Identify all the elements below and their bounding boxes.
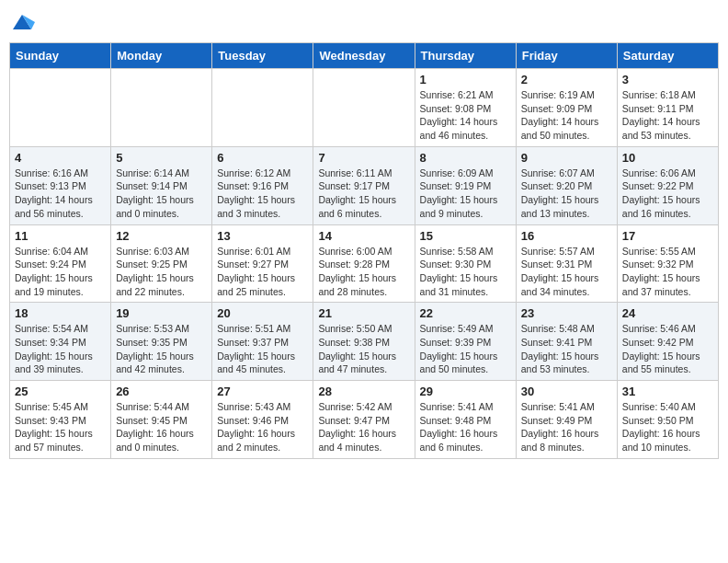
day-cell [111, 69, 212, 147]
day-info: Sunrise: 6:00 AM Sunset: 9:28 PM Dayligh… [318, 245, 409, 299]
day-cell: 4Sunrise: 6:16 AM Sunset: 9:13 PM Daylig… [10, 146, 111, 224]
week-row-3: 11Sunrise: 6:04 AM Sunset: 9:24 PM Dayli… [10, 224, 719, 303]
day-number: 31 [622, 385, 713, 398]
day-cell: 14Sunrise: 6:00 AM Sunset: 9:28 PM Dayli… [313, 224, 415, 303]
day-cell: 8Sunrise: 6:09 AM Sunset: 9:19 PM Daylig… [415, 146, 516, 224]
day-info: Sunrise: 6:12 AM Sunset: 9:16 PM Dayligh… [217, 167, 308, 221]
logo [9, 9, 39, 35]
day-info: Sunrise: 6:19 AM Sunset: 9:09 PM Dayligh… [521, 88, 612, 143]
day-cell: 30Sunrise: 5:41 AM Sunset: 9:49 PM Dayli… [516, 381, 617, 459]
day-number: 26 [116, 385, 207, 398]
logo-icon [9, 9, 35, 35]
day-info: Sunrise: 6:03 AM Sunset: 9:25 PM Dayligh… [116, 245, 207, 299]
day-info: Sunrise: 5:42 AM Sunset: 9:47 PM Dayligh… [318, 400, 409, 454]
day-number: 9 [521, 151, 612, 165]
calendar-table: SundayMondayTuesdayWednesdayThursdayFrid… [9, 42, 719, 459]
day-number: 17 [622, 229, 713, 243]
day-cell: 2Sunrise: 6:19 AM Sunset: 9:09 PM Daylig… [516, 69, 617, 147]
weekday-header-thursday: Thursday [415, 43, 516, 69]
day-cell: 9Sunrise: 6:07 AM Sunset: 9:20 PM Daylig… [516, 146, 617, 224]
day-cell: 24Sunrise: 5:46 AM Sunset: 9:42 PM Dayli… [617, 303, 718, 381]
day-number: 27 [217, 385, 308, 398]
day-cell: 20Sunrise: 5:51 AM Sunset: 9:37 PM Dayli… [212, 303, 313, 381]
day-number: 5 [116, 151, 207, 165]
day-number: 11 [15, 229, 106, 243]
day-number: 1 [420, 73, 511, 86]
day-number: 6 [217, 151, 308, 165]
day-cell: 27Sunrise: 5:43 AM Sunset: 9:46 PM Dayli… [212, 381, 313, 459]
day-cell: 15Sunrise: 5:58 AM Sunset: 9:30 PM Dayli… [415, 224, 516, 303]
day-cell: 17Sunrise: 5:55 AM Sunset: 9:32 PM Dayli… [617, 224, 718, 303]
day-cell: 1Sunrise: 6:21 AM Sunset: 9:08 PM Daylig… [415, 69, 516, 147]
day-number: 7 [318, 151, 409, 165]
day-info: Sunrise: 6:16 AM Sunset: 9:13 PM Dayligh… [15, 167, 106, 221]
day-info: Sunrise: 5:50 AM Sunset: 9:38 PM Dayligh… [318, 322, 409, 376]
day-cell [10, 69, 111, 147]
day-info: Sunrise: 5:58 AM Sunset: 9:30 PM Dayligh… [420, 245, 511, 299]
day-cell: 19Sunrise: 5:53 AM Sunset: 9:35 PM Dayli… [111, 303, 212, 381]
week-row-1: 1Sunrise: 6:21 AM Sunset: 9:08 PM Daylig… [10, 69, 719, 147]
day-cell: 12Sunrise: 6:03 AM Sunset: 9:25 PM Dayli… [111, 224, 212, 303]
day-cell: 31Sunrise: 5:40 AM Sunset: 9:50 PM Dayli… [617, 381, 718, 459]
day-info: Sunrise: 5:55 AM Sunset: 9:32 PM Dayligh… [622, 245, 713, 299]
weekday-header-wednesday: Wednesday [313, 43, 415, 69]
day-info: Sunrise: 6:01 AM Sunset: 9:27 PM Dayligh… [217, 245, 308, 299]
day-cell: 23Sunrise: 5:48 AM Sunset: 9:41 PM Dayli… [516, 303, 617, 381]
day-number: 13 [217, 229, 308, 243]
calendar-header [9, 9, 719, 35]
day-info: Sunrise: 6:14 AM Sunset: 9:14 PM Dayligh… [116, 167, 207, 221]
day-number: 24 [622, 306, 713, 320]
day-info: Sunrise: 5:44 AM Sunset: 9:45 PM Dayligh… [116, 400, 207, 454]
day-number: 20 [217, 306, 308, 320]
week-row-5: 25Sunrise: 5:45 AM Sunset: 9:43 PM Dayli… [10, 381, 719, 459]
day-number: 22 [420, 306, 511, 320]
day-info: Sunrise: 5:51 AM Sunset: 9:37 PM Dayligh… [217, 322, 308, 376]
day-cell: 7Sunrise: 6:11 AM Sunset: 9:17 PM Daylig… [313, 146, 415, 224]
day-cell: 26Sunrise: 5:44 AM Sunset: 9:45 PM Dayli… [111, 381, 212, 459]
day-number: 19 [116, 306, 207, 320]
week-row-4: 18Sunrise: 5:54 AM Sunset: 9:34 PM Dayli… [10, 303, 719, 381]
day-number: 16 [521, 229, 612, 243]
day-number: 4 [15, 151, 106, 165]
day-number: 21 [318, 306, 409, 320]
weekday-header-friday: Friday [516, 43, 617, 69]
day-number: 23 [521, 306, 612, 320]
day-cell: 5Sunrise: 6:14 AM Sunset: 9:14 PM Daylig… [111, 146, 212, 224]
day-info: Sunrise: 6:07 AM Sunset: 9:20 PM Dayligh… [521, 167, 612, 221]
weekday-header-sunday: Sunday [10, 43, 111, 69]
day-number: 29 [420, 385, 511, 398]
day-info: Sunrise: 5:43 AM Sunset: 9:46 PM Dayligh… [217, 400, 308, 454]
day-info: Sunrise: 6:06 AM Sunset: 9:22 PM Dayligh… [622, 167, 713, 221]
weekday-header-tuesday: Tuesday [212, 43, 313, 69]
day-info: Sunrise: 5:41 AM Sunset: 9:48 PM Dayligh… [420, 400, 511, 454]
day-cell: 18Sunrise: 5:54 AM Sunset: 9:34 PM Dayli… [10, 303, 111, 381]
day-info: Sunrise: 6:18 AM Sunset: 9:11 PM Dayligh… [622, 88, 713, 143]
day-info: Sunrise: 5:41 AM Sunset: 9:49 PM Dayligh… [521, 400, 612, 454]
day-cell: 3Sunrise: 6:18 AM Sunset: 9:11 PM Daylig… [617, 69, 718, 147]
day-cell: 29Sunrise: 5:41 AM Sunset: 9:48 PM Dayli… [415, 381, 516, 459]
day-number: 25 [15, 385, 106, 398]
day-info: Sunrise: 5:49 AM Sunset: 9:39 PM Dayligh… [420, 322, 511, 376]
day-number: 14 [318, 229, 409, 243]
day-number: 2 [521, 73, 612, 86]
day-cell: 21Sunrise: 5:50 AM Sunset: 9:38 PM Dayli… [313, 303, 415, 381]
day-info: Sunrise: 6:11 AM Sunset: 9:17 PM Dayligh… [318, 167, 409, 221]
day-info: Sunrise: 6:21 AM Sunset: 9:08 PM Dayligh… [420, 88, 511, 143]
day-cell: 6Sunrise: 6:12 AM Sunset: 9:16 PM Daylig… [212, 146, 313, 224]
day-cell [313, 69, 415, 147]
day-cell: 10Sunrise: 6:06 AM Sunset: 9:22 PM Dayli… [617, 146, 718, 224]
day-info: Sunrise: 5:45 AM Sunset: 9:43 PM Dayligh… [15, 400, 106, 454]
day-number: 18 [15, 306, 106, 320]
day-cell: 28Sunrise: 5:42 AM Sunset: 9:47 PM Dayli… [313, 381, 415, 459]
day-info: Sunrise: 5:57 AM Sunset: 9:31 PM Dayligh… [521, 245, 612, 299]
day-number: 12 [116, 229, 207, 243]
day-info: Sunrise: 5:40 AM Sunset: 9:50 PM Dayligh… [622, 400, 713, 454]
weekday-header-row: SundayMondayTuesdayWednesdayThursdayFrid… [10, 43, 719, 69]
day-number: 30 [521, 385, 612, 398]
day-cell: 25Sunrise: 5:45 AM Sunset: 9:43 PM Dayli… [10, 381, 111, 459]
day-cell: 11Sunrise: 6:04 AM Sunset: 9:24 PM Dayli… [10, 224, 111, 303]
day-number: 28 [318, 385, 409, 398]
day-info: Sunrise: 5:53 AM Sunset: 9:35 PM Dayligh… [116, 322, 207, 376]
day-info: Sunrise: 6:09 AM Sunset: 9:19 PM Dayligh… [420, 167, 511, 221]
day-cell: 22Sunrise: 5:49 AM Sunset: 9:39 PM Dayli… [415, 303, 516, 381]
